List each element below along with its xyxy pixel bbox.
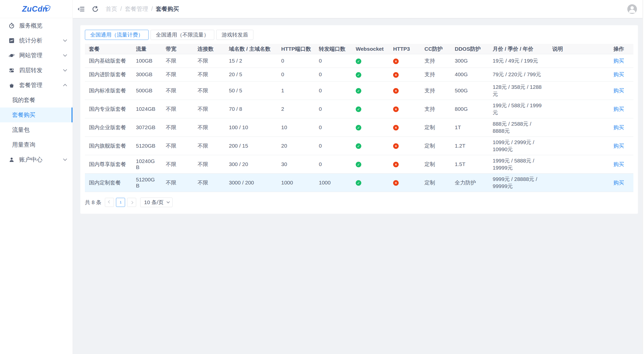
pagination-page-1[interactable]: 1 [116,198,125,207]
browser-scrollbar[interactable] [642,0,644,354]
cell-note [548,81,609,100]
table-row: 国内基础版套餐100GB不限不限15 / 200✓×支持300G19元 / 49… [85,54,633,68]
check-circle-icon: ✓ [356,106,361,112]
cell-forward_ports: 0 [315,155,352,173]
cell-ddos: 800G [451,100,489,118]
buy-link[interactable]: 购买 [613,143,624,149]
cell-price: 79元 / 220元 / 799元 [489,68,548,81]
user-avatar[interactable] [627,4,637,14]
pagination-next-button[interactable] [127,198,136,207]
tab-national-traffic-billing[interactable]: 全国通用（流量计费） [85,30,149,40]
cell-http3: × [389,137,420,155]
column-header-name: 套餐 [85,44,132,54]
breadcrumb-home[interactable]: 首页 [106,5,117,13]
cell-forward_ports: 0 [315,118,352,137]
sidebar-item-label: 服务概览 [19,22,67,30]
check-circle-icon: ✓ [356,59,361,64]
main-area: 首页 / 套餐管理 / 套餐购买 全国通用（流量计费） 全国通用（不限流量） 游… [73,0,644,354]
column-header-cc: CC防护 [420,44,451,54]
cell-websocket: ✓ [352,155,389,173]
table-row: 国内旗舰版套餐5120GB不限不限200 / 15200✓×定制1.2T1099… [85,137,633,155]
cell-http3: × [389,118,420,137]
cell-action: 购买 [609,68,633,81]
cell-forward_ports: 0 [315,81,352,100]
close-circle-icon: × [393,72,399,78]
cell-ddos: 500G [451,81,489,100]
breadcrumb: 首页 / 套餐管理 / 套餐购买 [106,5,179,13]
cell-websocket: ✓ [352,54,389,68]
chevron-down-icon [63,68,67,72]
cell-note [548,137,609,155]
sidebar-item-layer4-forward[interactable]: 四层转发 [0,63,73,78]
sidebar-item-statistics[interactable]: 统计分析 [0,33,73,48]
column-header-traffic: 流量 [132,44,162,54]
tab-game-forward-shield[interactable]: 游戏转发盾 [216,30,253,40]
cell-cc: 支持 [420,81,451,100]
chevron-down-icon [63,53,67,57]
app-logo[interactable]: ZuCdn [0,0,73,18]
column-header-forward_ports: 转发端口数 [315,44,352,54]
breadcrumb-package-management[interactable]: 套餐管理 [125,5,148,13]
cell-price: 1999元 / 5888元 / 19999元 [489,155,548,173]
planet-icon [9,52,15,59]
sidebar-collapse-icon[interactable] [77,5,85,13]
cell-action: 购买 [609,81,633,100]
cell-forward_ports: 1000 [315,173,352,192]
pagination-total: 共 8 条 [85,199,101,206]
cell-domains: 100 / 10 [225,118,277,137]
cell-ddos: 300G [451,54,489,68]
table-row: 国内企业版套餐3072GB不限不限100 / 10100✓×定制1T888元 /… [85,118,633,137]
cell-websocket: ✓ [352,137,389,155]
sidebar-item-traffic-packages[interactable]: 流量包 [0,122,73,137]
topbar: 首页 / 套餐管理 / 套餐购买 [73,0,644,18]
sidebar-item-my-packages[interactable]: 我的套餐 [0,93,73,107]
cell-cc: 支持 [420,100,451,118]
cell-name: 国内企业版套餐 [85,118,132,137]
column-header-connections: 连接数 [194,44,225,54]
buy-link[interactable]: 购买 [613,106,624,112]
cell-price: 1099元 / 2999元 / 10990元 [489,137,548,155]
sidebar-item-usage-query[interactable]: 用量查询 [0,137,73,152]
column-header-websocket: Websocket [352,44,389,54]
cell-websocket: ✓ [352,173,389,192]
sidebar-item-label: 网站管理 [19,51,64,59]
cell-cc: 支持 [420,68,451,81]
sidebar-item-website-management[interactable]: 网站管理 [0,48,73,63]
cell-bandwidth: 不限 [162,155,194,173]
cell-ddos: 1.2T [451,137,489,155]
breadcrumb-current: 套餐购买 [156,5,179,13]
page-size-select[interactable]: 10 条/页 [140,198,173,207]
buy-link[interactable]: 购买 [613,88,624,93]
buy-link[interactable]: 购买 [613,161,624,167]
buy-link[interactable]: 购买 [613,71,624,77]
cell-action: 购买 [609,100,633,118]
check-circle-icon: ✓ [356,162,361,167]
cell-bandwidth: 不限 [162,68,194,81]
refresh-icon[interactable] [91,5,99,13]
cell-name: 国内标准版套餐 [85,81,132,100]
buy-link[interactable]: 购买 [613,180,624,185]
app-root: ZuCdn 服务概览 [0,0,644,354]
cell-price: 199元 / 588元 / 1999元 [489,100,548,118]
cell-websocket: ✓ [352,81,389,100]
buy-link[interactable]: 购买 [613,124,624,130]
close-circle-icon: × [393,106,399,112]
cell-traffic: 5120GB [132,137,162,155]
cell-traffic: 51200GB [132,173,162,192]
table-row: 国内定制套餐51200GB不限不限3000 / 20010001000✓×定制全… [85,173,633,192]
cell-name: 国内尊享版套餐 [85,155,132,173]
sidebar-item-package-purchase[interactable]: 套餐购买 [0,107,73,122]
cell-traffic: 300GB [132,68,162,81]
cell-http3: × [389,81,420,100]
buy-link[interactable]: 购买 [613,58,624,64]
logo-text: ZuCdn [22,5,47,14]
sidebar-item-package-management[interactable]: 套餐管理 [0,78,73,93]
cell-http3: × [389,155,420,173]
cell-name: 国内旗舰版套餐 [85,137,132,155]
cell-forward_ports: 0 [315,100,352,118]
sidebar-item-service-overview[interactable]: 服务概览 [0,18,73,33]
cell-cc: 定制 [420,155,451,173]
tab-national-unlimited[interactable]: 全国通用（不限流量） [151,30,214,40]
pagination-prev-button[interactable] [105,198,114,207]
sidebar-item-account-center[interactable]: 账户中心 [0,152,73,167]
